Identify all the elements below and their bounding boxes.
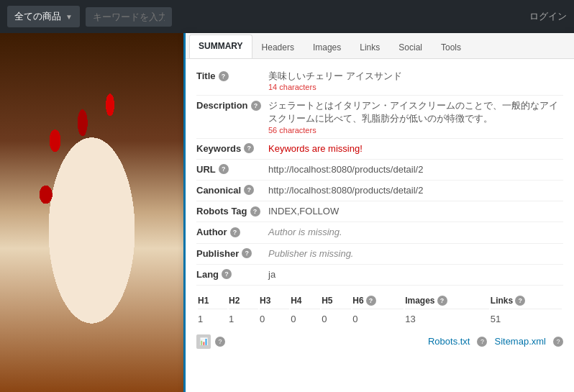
login-button[interactable]: ログイン <box>529 10 567 23</box>
author-value: Author is missing. <box>268 226 563 239</box>
cell-h4: 0 <box>291 311 320 327</box>
title-value: 美味しいチェリー アイスサンド <box>268 70 402 83</box>
sitemap-help-icon[interactable]: ? <box>553 337 563 347</box>
tab-summary[interactable]: SUMMARY <box>189 35 252 58</box>
publisher-label: Publisher ? <box>196 247 268 259</box>
lang-label: Lang ? <box>196 268 268 280</box>
food-visual-decoration <box>0 33 183 392</box>
title-row: Title ? 美味しいチェリー アイスサンド 14 characters <box>196 66 563 96</box>
cell-h1: 1 <box>198 311 227 327</box>
title-help-icon[interactable]: ? <box>219 71 229 81</box>
lang-value: ja <box>268 268 563 281</box>
keywords-row: Keywords ? Keywords are missing! <box>196 139 563 160</box>
th-h3: H3 <box>260 293 289 309</box>
url-value: http://localhost:8080/products/detail/2 <box>268 163 563 176</box>
lang-row: Lang ? ja <box>196 265 563 286</box>
description-row: Description ? ジェラートとはイタリアン・アイスクリームのことで、一… <box>196 96 563 138</box>
th-links: Links ? <box>491 293 562 309</box>
search-input[interactable] <box>86 7 172 27</box>
tab-images[interactable]: Images <box>304 36 350 58</box>
th-images: Images ? <box>405 293 489 309</box>
images-help-icon[interactable]: ? <box>437 296 447 306</box>
title-value-area: 美味しいチェリー アイスサンド 14 characters <box>268 70 402 91</box>
robots-tag-row: Robots Tag ? INDEX,FOLLOW <box>196 201 563 222</box>
description-label: Description ? <box>196 99 268 111</box>
th-h6: H6 ? <box>352 293 404 309</box>
th-h5: H5 <box>322 293 351 309</box>
cell-h5: 0 <box>322 311 351 327</box>
cell-images: 13 <box>405 311 489 327</box>
canonical-value: http://localhost:8080/products/detail/2 <box>268 184 563 197</box>
tab-headers[interactable]: Headers <box>252 36 304 58</box>
chart-icon-area: 📊 ? <box>196 334 225 349</box>
main-area: SUMMARY Headers Images Links Social Tool… <box>0 33 574 392</box>
robots-tag-label: Robots Tag ? <box>196 205 268 216</box>
cell-h6: 0 <box>352 311 404 327</box>
url-label: URL ? <box>196 163 268 175</box>
table-header-row: H1 H2 H3 H4 H5 H6 ? Images ? Links ? <box>198 293 562 309</box>
tab-bar: SUMMARY Headers Images Links Social Tool… <box>186 33 574 59</box>
table-row: 1 1 0 0 0 0 13 51 <box>198 311 562 327</box>
cell-h3: 0 <box>260 311 289 327</box>
description-value-area: ジェラートとはイタリアン・アイスクリームのことで、一般的なアイスクリームに比べて… <box>268 99 563 134</box>
description-help-icon[interactable]: ? <box>251 101 261 111</box>
author-help-icon[interactable]: ? <box>230 227 240 237</box>
top-bar: 全ての商品 ▼ ログイン <box>0 0 574 33</box>
author-row: Author ? Author is missing. <box>196 222 563 243</box>
canonical-help-icon[interactable]: ? <box>244 185 254 195</box>
tab-tools[interactable]: Tools <box>432 36 470 58</box>
keywords-help-icon[interactable]: ? <box>244 143 254 153</box>
keywords-label: Keywords ? <box>196 142 268 154</box>
cell-h2: 1 <box>229 311 258 327</box>
publisher-value: Publisher is missing. <box>268 247 563 260</box>
cell-links: 51 <box>491 311 562 327</box>
keywords-value: Keywords are missing! <box>268 142 563 155</box>
chart-icon: 📊 <box>196 334 211 349</box>
chevron-down-icon: ▼ <box>65 13 73 21</box>
dropdown-label: 全ての商品 <box>14 10 61 23</box>
author-label: Author ? <box>196 226 268 237</box>
publisher-row: Publisher ? Publisher is missing. <box>196 244 563 265</box>
th-h2: H2 <box>229 293 258 309</box>
th-h1: H1 <box>198 293 227 309</box>
bottom-links-row: 📊 ? Robots.txt ? Sitemap.xml ? <box>196 329 563 352</box>
panel-content: Title ? 美味しいチェリー アイスサンド 14 characters De… <box>186 59 574 392</box>
heading-table: H1 H2 H3 H4 H5 H6 ? Images ? Links ? <box>196 291 563 329</box>
url-help-icon[interactable]: ? <box>219 164 229 174</box>
title-label: Title ? <box>196 70 268 81</box>
product-image-panel <box>0 33 183 392</box>
tab-links[interactable]: Links <box>350 36 389 58</box>
robots-tag-help-icon[interactable]: ? <box>250 206 260 216</box>
seo-panel: SUMMARY Headers Images Links Social Tool… <box>183 33 574 392</box>
category-dropdown[interactable]: 全ての商品 ▼ <box>7 6 80 27</box>
canonical-label: Canonical ? <box>196 184 268 196</box>
title-char-count: 14 characters <box>268 83 402 91</box>
description-char-count: 56 characters <box>268 126 563 135</box>
chart-help-icon[interactable]: ? <box>215 337 225 347</box>
links-help-icon[interactable]: ? <box>515 296 525 306</box>
h6-help-icon[interactable]: ? <box>366 296 376 306</box>
robots-tag-value: INDEX,FOLLOW <box>268 205 563 218</box>
th-h4: H4 <box>291 293 320 309</box>
description-value: ジェラートとはイタリアン・アイスクリームのことで、一般的なアイスクリームに比べて… <box>268 99 563 125</box>
publisher-help-icon[interactable]: ? <box>242 248 252 258</box>
sitemap-xml-link[interactable]: Sitemap.xml <box>494 336 546 347</box>
robots-txt-link[interactable]: Robots.txt <box>428 336 470 347</box>
canonical-row: Canonical ? http://localhost:8080/produc… <box>196 181 563 201</box>
lang-help-icon[interactable]: ? <box>222 269 232 279</box>
tab-social[interactable]: Social <box>389 36 432 58</box>
robots-txt-help-icon[interactable]: ? <box>477 337 487 347</box>
product-image <box>0 33 183 392</box>
url-row: URL ? http://localhost:8080/products/det… <box>196 160 563 181</box>
